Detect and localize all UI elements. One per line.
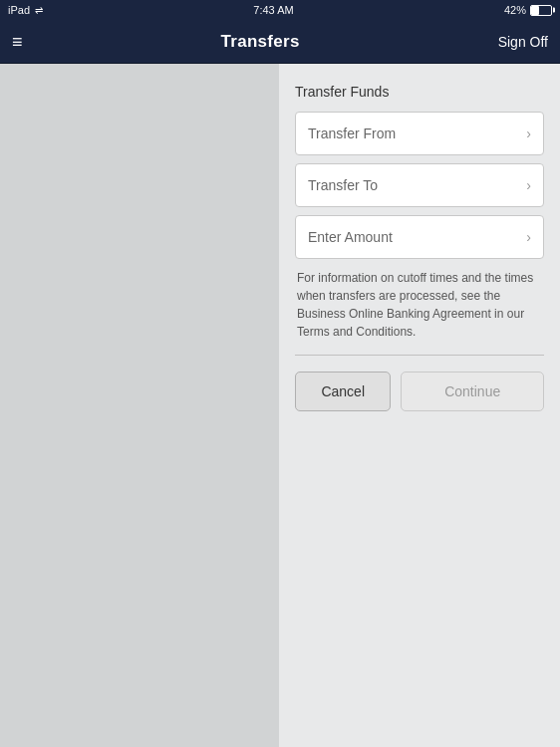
nav-bar: ≡ Transfers Sign Off: [0, 20, 560, 64]
left-panel: [0, 64, 279, 747]
transfer-from-label: Transfer From: [308, 125, 396, 141]
right-panel: Transfer Funds Transfer From › Transfer …: [279, 64, 560, 747]
status-bar: iPad ⇌ 7:43 AM 42%: [0, 0, 560, 20]
transfer-to-label: Transfer To: [308, 177, 378, 193]
section-title: Transfer Funds: [295, 84, 544, 100]
transfer-from-item[interactable]: Transfer From ›: [295, 112, 544, 155]
transfer-from-chevron: ›: [526, 125, 531, 141]
sign-off-button[interactable]: Sign Off: [498, 34, 548, 50]
transfer-to-chevron: ›: [526, 177, 531, 193]
info-text: For information on cutoff times and the …: [295, 269, 544, 341]
enter-amount-item[interactable]: Enter Amount ›: [295, 215, 544, 259]
action-buttons: Cancel Continue: [295, 372, 544, 411]
cancel-button[interactable]: Cancel: [295, 372, 391, 411]
battery-percent: 42%: [504, 4, 526, 16]
enter-amount-label: Enter Amount: [308, 229, 393, 245]
status-left: iPad ⇌: [8, 4, 43, 16]
enter-amount-chevron: ›: [526, 229, 531, 245]
time-label: 7:43 AM: [253, 4, 293, 16]
wifi-icon: ⇌: [35, 5, 43, 16]
continue-button[interactable]: Continue: [401, 372, 544, 411]
transfer-to-item[interactable]: Transfer To ›: [295, 163, 544, 207]
divider: [295, 355, 544, 356]
menu-icon[interactable]: ≡: [12, 33, 23, 51]
battery-icon: [530, 5, 552, 16]
page-title: Transfers: [220, 32, 299, 52]
device-label: iPad: [8, 4, 30, 16]
page-layout: Transfer Funds Transfer From › Transfer …: [0, 64, 560, 747]
status-right: 42%: [504, 4, 552, 16]
